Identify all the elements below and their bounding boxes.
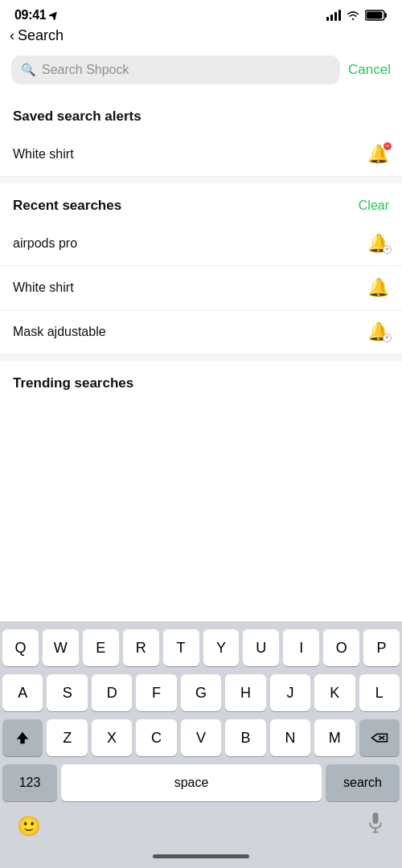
- back-navigation[interactable]: ‹ Search: [0, 26, 402, 51]
- key-B[interactable]: B: [225, 719, 265, 756]
- key-J[interactable]: J: [270, 674, 310, 711]
- section-divider-1: [0, 177, 402, 183]
- recent-item-mask[interactable]: Mask ajdustable 🔔 +: [0, 310, 402, 354]
- keyboard-row-1: Q W E R T Y U I O P: [2, 629, 400, 666]
- location-arrow-icon: [49, 10, 59, 20]
- saved-alerts-header: Saved search alerts: [0, 94, 402, 133]
- bell-add-icon: 🔔 +: [367, 233, 389, 254]
- recent-item-text: Mask ajdustable: [13, 325, 106, 339]
- section-divider-2: [0, 354, 402, 361]
- trending-searches-title: Trending searches: [13, 375, 133, 391]
- key-W[interactable]: W: [43, 629, 79, 666]
- key-Q[interactable]: Q: [2, 629, 39, 666]
- svg-marker-4: [17, 732, 28, 743]
- recent-searches-header: Recent searches Clear: [0, 183, 402, 222]
- keyboard: Q W E R T Y U I O P A S D F G H J K L Z …: [0, 621, 402, 868]
- key-H[interactable]: H: [225, 674, 265, 711]
- backspace-icon: [371, 731, 388, 744]
- key-P[interactable]: P: [363, 629, 400, 666]
- key-G[interactable]: G: [181, 674, 221, 711]
- search-input-wrap[interactable]: 🔍 Search Shpock: [11, 55, 340, 84]
- shift-icon: [15, 731, 30, 745]
- key-E[interactable]: E: [83, 629, 119, 666]
- home-bar: [153, 854, 249, 858]
- recent-searches-title: Recent searches: [13, 198, 121, 214]
- search-key[interactable]: search: [326, 764, 400, 801]
- signal-icon: [326, 10, 341, 21]
- clear-button[interactable]: Clear: [359, 199, 389, 213]
- svg-marker-0: [49, 10, 59, 20]
- bell-green-icon: 🔔: [367, 277, 389, 298]
- emoji-icon[interactable]: 🙂: [17, 815, 41, 837]
- key-V[interactable]: V: [181, 719, 221, 756]
- key-Z[interactable]: Z: [47, 719, 87, 756]
- key-F[interactable]: F: [136, 674, 176, 711]
- key-K[interactable]: K: [314, 674, 355, 711]
- status-time: 09:41: [14, 8, 59, 23]
- svg-rect-7: [373, 813, 379, 824]
- search-placeholder: Search Shpock: [42, 63, 330, 77]
- svg-rect-2: [385, 13, 388, 18]
- search-bar-row: 🔍 Search Shpock Cancel: [0, 51, 402, 94]
- cancel-button[interactable]: Cancel: [348, 62, 391, 78]
- saved-alerts-title: Saved search alerts: [13, 108, 142, 125]
- space-key[interactable]: space: [61, 764, 322, 801]
- key-Y[interactable]: Y: [203, 629, 240, 666]
- key-U[interactable]: U: [243, 629, 279, 666]
- key-I[interactable]: I: [283, 629, 319, 666]
- magnifier-icon: 🔍: [21, 63, 36, 77]
- key-N[interactable]: N: [270, 719, 310, 756]
- recent-item-airpods[interactable]: airpods pro 🔔 +: [0, 222, 402, 266]
- recent-item-text: airpods pro: [13, 236, 77, 251]
- recent-item-white-shirt[interactable]: White shirt 🔔: [0, 266, 402, 310]
- home-indicator: [2, 851, 400, 863]
- key-S[interactable]: S: [47, 674, 87, 711]
- bell-minus-icon: 🔔 −: [367, 144, 389, 165]
- battery-icon: [365, 10, 388, 21]
- keyboard-row-4: 123 space search: [2, 764, 400, 801]
- saved-alert-text: White shirt: [13, 147, 74, 162]
- numbers-key[interactable]: 123: [2, 764, 57, 801]
- keyboard-row-2: A S D F G H J K L: [2, 674, 400, 711]
- status-icons: [326, 10, 388, 21]
- bell-add-icon-2: 🔔 +: [367, 321, 389, 342]
- key-O[interactable]: O: [323, 629, 359, 666]
- key-C[interactable]: C: [136, 719, 176, 756]
- svg-rect-3: [367, 12, 383, 19]
- time-display: 09:41: [14, 8, 46, 23]
- key-L[interactable]: L: [359, 674, 400, 711]
- trending-searches-header: Trending searches: [0, 361, 402, 399]
- key-A[interactable]: A: [2, 674, 43, 711]
- saved-alert-item[interactable]: White shirt 🔔 −: [0, 133, 402, 177]
- recent-item-text: White shirt: [13, 280, 74, 295]
- shift-key[interactable]: [2, 719, 43, 756]
- key-R[interactable]: R: [123, 629, 159, 666]
- key-T[interactable]: T: [163, 629, 199, 666]
- key-M[interactable]: M: [314, 719, 355, 756]
- keyboard-row-3: Z X C V B N M: [2, 719, 400, 756]
- key-X[interactable]: X: [92, 719, 132, 756]
- microphone-icon[interactable]: [366, 813, 385, 840]
- back-chevron-icon: ‹: [10, 27, 14, 44]
- status-bar: 09:41: [0, 0, 402, 26]
- back-label: Search: [18, 27, 64, 44]
- keyboard-bottom: 🙂: [2, 806, 400, 851]
- backspace-key[interactable]: [359, 719, 400, 756]
- mic-svg: [366, 813, 385, 835]
- key-D[interactable]: D: [92, 674, 132, 711]
- wifi-icon: [346, 10, 360, 21]
